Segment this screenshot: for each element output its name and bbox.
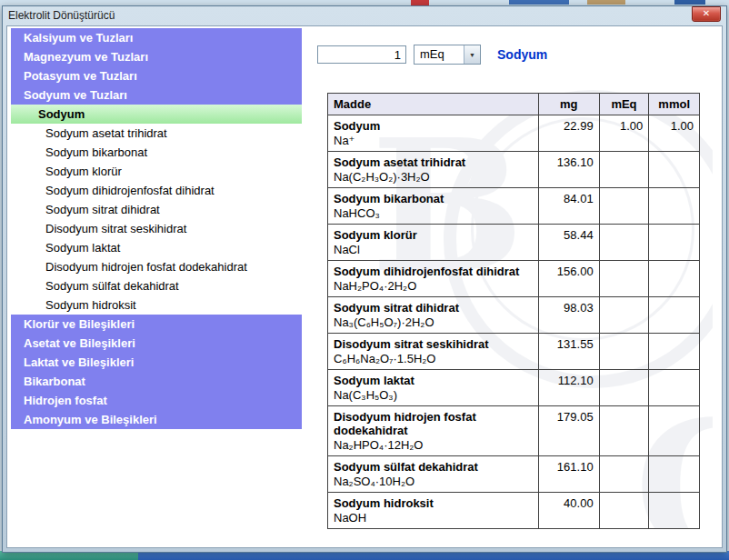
unit-dropdown-value: mEq	[414, 45, 464, 64]
mg-value: 84.01	[538, 188, 599, 225]
meq-value	[599, 456, 649, 493]
sidebar-item-disodyum-sitrat-seskihidrat[interactable]: Disodyum sitrat seskihidrat	[11, 219, 302, 238]
table-row: Sodyum klorürNaCl58.44	[328, 225, 700, 261]
mmol-value	[649, 261, 700, 297]
sidebar-category-potasyum-ve-tuzlar[interactable]: Potasyum ve Tuzları	[11, 66, 302, 85]
substance-table-body: SodyumNa⁺22.991.001.00Sodyum asetat trih…	[328, 115, 700, 529]
substance-name: Disodyum sitrat seskihidrat	[334, 337, 533, 351]
substance-name: Sodyum dihidrojenfosfat dihidrat	[334, 265, 533, 278]
mg-value: 112.10	[538, 370, 599, 406]
column-header-meq: mEq	[599, 94, 649, 115]
mmol-value	[649, 334, 700, 370]
meq-value	[599, 297, 649, 334]
selected-substance-label: Sodyum	[497, 47, 547, 62]
substance-name: Sodyum klorür	[334, 228, 533, 242]
mg-value: 98.03	[538, 297, 599, 334]
sidebar-category-sodyum-ve-tuzlar[interactable]: Sodyum ve Tuzları	[11, 85, 302, 105]
sidebar-item-sodyum-dihidrojenfosfat-dihidrat[interactable]: Sodyum dihidrojenfosfat dihidrat	[11, 181, 302, 200]
window-title: Elektrolit Dönüştürücü	[8, 9, 692, 22]
mmol-value	[649, 188, 700, 225]
sidebar-category-asetat-ve-bile-ikleri[interactable]: Asetat ve Bileşikleri	[11, 334, 302, 353]
mmol-value: 1.00	[649, 115, 700, 152]
substance-formula: Na₂SO₄·10H₂O	[334, 474, 533, 488]
sidebar-item-sodyum-hidroksit[interactable]: Sodyum hidroksit	[11, 295, 302, 315]
sidebar-category-amonyum-ve-bile-ikleri[interactable]: Amonyum ve Bileşikleri	[11, 410, 302, 429]
substance-cell: Sodyum sitrat dihidratNa₃(C₆H₅O₇)·2H₂O	[328, 297, 539, 334]
conversion-table: Madde mg mEq mmol SodyumNa⁺22.991.001.00…	[327, 93, 700, 529]
mg-value: 22.99	[538, 115, 599, 152]
substance-name: Sodyum	[334, 119, 533, 133]
mmol-value	[649, 370, 700, 406]
mg-value: 156.00	[538, 261, 599, 297]
sidebar-item-sodyum-laktat[interactable]: Sodyum laktat	[11, 238, 302, 257]
table-row: Sodyum bikarbonatNaHCO₃84.01	[328, 188, 700, 225]
substance-formula: Na₃(C₆H₅O₇)·2H₂O	[334, 315, 533, 329]
title-bar[interactable]: Elektrolit Dönüştürücü ✕	[3, 6, 726, 25]
mmol-value	[649, 152, 700, 188]
meq-value	[599, 152, 649, 188]
table-row: Sodyum hidroksitNaOH40.00	[328, 493, 700, 529]
table-row: Sodyum laktatNa(C₃H₅O₃)112.10	[328, 370, 700, 406]
main-panel: B G mEq ▼ Sodyum	[307, 26, 722, 547]
amount-input[interactable]	[317, 45, 406, 64]
substance-formula: Na(C₂H₃O₂)·3H₂O	[334, 169, 533, 184]
substance-cell: Sodyum asetat trihidratNa(C₂H₃O₂)·3H₂O	[328, 152, 539, 188]
meq-value	[599, 188, 649, 225]
sidebar-item-disodyum-hidrojen-fosfat-dodekahidrat[interactable]: Disodyum hidrojen fosfat dodekahidrat	[11, 257, 302, 276]
client-area: Kalsiyum ve TuzlarıMagnezyum ve TuzlarıP…	[6, 25, 723, 548]
mg-value: 58.44	[538, 225, 599, 261]
table-header-row: Madde mg mEq mmol	[328, 94, 700, 115]
substance-cell: SodyumNa⁺	[328, 115, 539, 152]
substance-formula: NaH₂PO₄·2H₂O	[334, 278, 533, 293]
conversion-table-wrap: Madde mg mEq mmol SodyumNa⁺22.991.001.00…	[327, 93, 700, 529]
substance-cell: Sodyum klorürNaCl	[328, 225, 539, 261]
table-row: Sodyum dihidrojenfosfat dihidratNaH₂PO₄·…	[328, 261, 700, 297]
meq-value	[599, 334, 649, 370]
background-window-fragment	[674, 0, 705, 5]
substance-name: Sodyum asetat trihidrat	[334, 155, 533, 169]
substance-cell: Sodyum laktatNa(C₃H₅O₃)	[328, 370, 539, 406]
background-window-fragment	[509, 0, 569, 5]
sidebar: Kalsiyum ve TuzlarıMagnezyum ve TuzlarıP…	[11, 28, 302, 545]
chevron-down-icon[interactable]: ▼	[464, 45, 480, 64]
substance-name: Sodyum sülfat dekahidrat	[334, 460, 533, 474]
sidebar-item-sodyum-bikarbonat[interactable]: Sodyum bikarbonat	[11, 143, 302, 162]
sidebar-item-sodyum-sitrat-dihidrat[interactable]: Sodyum sitrat dihidrat	[11, 200, 302, 219]
close-button[interactable]: ✕	[692, 6, 721, 22]
mg-value: 179.05	[538, 406, 599, 456]
substance-formula: Na₂HPO₄·12H₂O	[334, 437, 533, 452]
substance-name: Sodyum laktat	[334, 374, 533, 387]
mg-value: 131.55	[538, 334, 599, 370]
table-row: SodyumNa⁺22.991.001.00	[328, 115, 700, 152]
meq-value: 1.00	[599, 115, 649, 152]
meq-value	[599, 225, 649, 261]
sidebar-item-sodyum-klor-r[interactable]: Sodyum klorür	[11, 162, 302, 181]
sidebar-category-hidrojen-fosfat[interactable]: Hidrojen fosfat	[11, 391, 302, 410]
sidebar-item-sodyum-s-lfat-dekahidrat[interactable]: Sodyum sülfat dekahidrat	[11, 276, 302, 295]
mmol-value	[649, 406, 700, 456]
mmol-value	[649, 225, 700, 261]
sidebar-category-kalsiyum-ve-tuzlar[interactable]: Kalsiyum ve Tuzları	[11, 28, 302, 47]
sidebar-category-magnezyum-ve-tuzlar[interactable]: Magnezyum ve Tuzları	[11, 47, 302, 66]
unit-dropdown[interactable]: mEq ▼	[414, 45, 481, 65]
substance-name: Sodyum hidroksit	[334, 496, 533, 510]
sidebar-item-sodyum-asetat-trihidrat[interactable]: Sodyum asetat trihidrat	[11, 124, 302, 143]
sidebar-category-klor-r-ve-bile-ikleri[interactable]: Klorür ve Bileşikleri	[11, 315, 302, 334]
substance-name: Sodyum bikarbonat	[334, 192, 533, 205]
mg-value: 40.00	[538, 493, 599, 529]
table-row: Sodyum sitrat dihidratNa₃(C₆H₅O₇)·2H₂O98…	[328, 297, 700, 334]
converter-controls: mEq ▼ Sodyum	[317, 45, 547, 65]
substance-formula: Na(C₃H₅O₃)	[334, 387, 533, 402]
sidebar-item-sodyum[interactable]: Sodyum	[11, 105, 302, 124]
table-row: Sodyum sülfat dekahidratNa₂SO₄·10H₂O161.…	[328, 456, 700, 493]
substance-cell: Disodyum hidrojen fosfat dodekahidratNa₂…	[328, 406, 539, 456]
mmol-value	[649, 456, 700, 493]
column-header-madde: Madde	[328, 94, 539, 115]
mg-value: 136.10	[538, 152, 599, 188]
substance-formula: NaOH	[334, 510, 533, 525]
sidebar-category-bikarbonat[interactable]: Bikarbonat	[11, 372, 302, 391]
meq-value	[599, 370, 649, 406]
sidebar-category-laktat-ve-bile-ikleri[interactable]: Laktat ve Bileşikleri	[11, 353, 302, 372]
substance-cell: Sodyum bikarbonatNaHCO₃	[328, 188, 539, 225]
column-header-mg: mg	[538, 94, 599, 115]
